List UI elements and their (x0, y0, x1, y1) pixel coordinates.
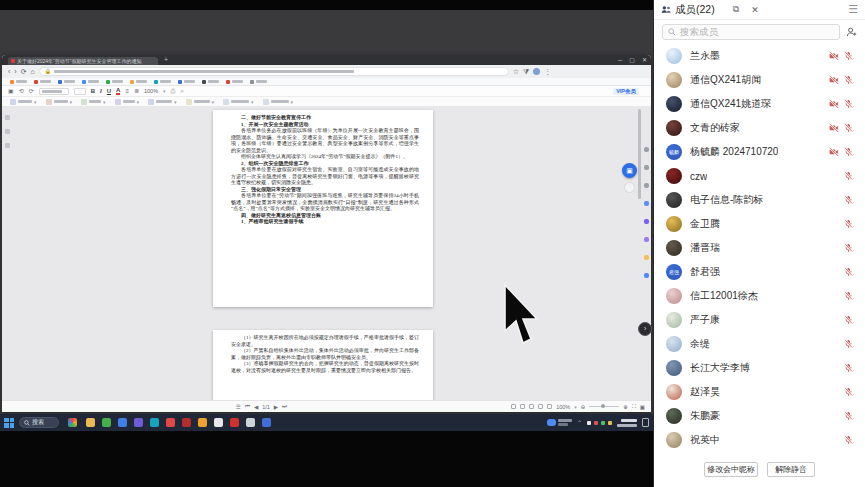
taskbar-app-icon[interactable] (198, 418, 207, 427)
member-row[interactable]: czw (654, 164, 865, 188)
bookmark-item[interactable] (106, 80, 123, 84)
extensions-icon[interactable]: ⧩ (523, 65, 529, 78)
tray-expand-icon[interactable]: ⌃ (577, 419, 582, 426)
member-row[interactable]: 金卫腾 (654, 212, 865, 236)
last-page-icon[interactable]: ⏭ (282, 403, 287, 410)
taskbar-app-icon[interactable] (118, 418, 127, 427)
zoom-select[interactable]: 100% (144, 88, 158, 94)
search-doc-icon[interactable]: ⌕ (180, 86, 183, 96)
member-row[interactable]: 余缇 (654, 332, 865, 356)
wps-assistant-button[interactable]: ▣ (622, 163, 637, 178)
bookmark-item[interactable] (250, 80, 267, 84)
add-member-icon[interactable] (846, 27, 857, 37)
rail-extension-icon[interactable] (644, 165, 649, 170)
zoom-slider[interactable] (589, 406, 619, 407)
rename-button[interactable]: 修改会中昵称 (704, 462, 758, 477)
first-page-icon[interactable]: ⏮ (245, 403, 250, 410)
tray-icon[interactable] (587, 421, 591, 425)
view-mode-icon[interactable] (547, 404, 552, 409)
notification-center-icon[interactable] (642, 418, 649, 427)
minimize-icon[interactable]: ─ (618, 56, 622, 64)
view-mode-icon[interactable] (529, 404, 534, 409)
toolbar-chip[interactable]: ▾ (148, 99, 177, 105)
profile-avatar-icon[interactable] (533, 68, 540, 75)
view-mode-icon[interactable] (511, 404, 516, 409)
new-tab-button[interactable]: + (164, 56, 168, 63)
taskbar-clock[interactable] (617, 419, 637, 427)
underline-button[interactable]: U (107, 88, 111, 94)
taskbar-app-icon[interactable] (214, 418, 223, 427)
redo-icon[interactable]: ⟳ (29, 86, 34, 96)
toolbar-chip[interactable]: ▾ (186, 99, 215, 105)
member-row[interactable]: 朱鹏豪 (654, 404, 865, 428)
taskbar-app-icon[interactable] (182, 418, 191, 427)
rail-extension-icon[interactable] (644, 237, 649, 242)
fit-page-icon[interactable]: ▣ (640, 404, 645, 410)
member-row[interactable]: 严子康 (654, 308, 865, 332)
view-mode-icon[interactable] (520, 404, 525, 409)
rail-extension-icon[interactable] (644, 201, 649, 206)
weather-widget[interactable] (547, 419, 572, 426)
view-mode-icon[interactable] (538, 404, 543, 409)
tray-icon[interactable] (608, 421, 612, 425)
next-page-icon[interactable]: ▶ (274, 404, 278, 410)
toolbar-chip[interactable]: ▾ (263, 99, 294, 105)
taskbar-app-icon[interactable] (86, 418, 95, 427)
undo-icon[interactable]: ⟲ (19, 86, 24, 96)
taskbar-app-icon[interactable] (166, 418, 175, 427)
home-icon[interactable]: ⌂ (31, 65, 35, 78)
start-button[interactable] (4, 418, 14, 428)
bookmark-item[interactable] (154, 80, 171, 84)
url-field[interactable]: 🔒 (39, 67, 509, 76)
align-left-icon[interactable]: ≡ (125, 86, 129, 96)
vip-badge[interactable]: VIP会员 (613, 88, 639, 95)
rail-icon[interactable] (5, 115, 10, 120)
save-icon[interactable]: ▣ (8, 86, 14, 96)
zoom-out-icon[interactable]: ⊖ (581, 404, 586, 410)
font-color-button[interactable]: A (116, 87, 120, 95)
menu-icon[interactable]: ☰ (236, 404, 241, 410)
toolbar-chip[interactable]: ▾ (115, 99, 140, 105)
taskbar-app-icon[interactable] (150, 418, 159, 427)
bookmark-star-icon[interactable]: ☆ (513, 65, 519, 78)
bold-button[interactable]: B (91, 88, 95, 94)
taskbar-app-icon[interactable] (262, 418, 271, 427)
bookmark-item[interactable] (130, 80, 147, 84)
member-row[interactable]: 兰永墨 (654, 44, 865, 68)
font-size-select[interactable] (74, 88, 86, 95)
toolbar-chip[interactable]: ▾ (10, 99, 37, 105)
member-row[interactable]: 君强舒君强 (654, 260, 865, 284)
rail-extension-icon[interactable] (644, 255, 649, 260)
refresh-icon[interactable]: ⟳ (21, 65, 27, 78)
maximize-icon[interactable]: ▢ (629, 56, 635, 64)
prev-page-icon[interactable]: ◀ (254, 404, 258, 410)
panel-collapse-handle[interactable]: › (638, 322, 652, 336)
bookmark-item[interactable] (10, 80, 27, 84)
panel-menu-icon[interactable]: ☰ (848, 3, 858, 16)
rail-extension-icon[interactable] (644, 219, 649, 224)
unmute-button[interactable]: 解除静音 (767, 462, 815, 477)
taskbar-app-icon[interactable] (230, 418, 239, 427)
rail-extension-icon[interactable] (644, 147, 649, 152)
member-row[interactable]: 毓麟杨毓麟 2024710720 (654, 140, 865, 164)
wps-feedback-button[interactable] (624, 182, 635, 193)
toolbar-chip[interactable]: ▾ (223, 99, 254, 105)
browser-tab[interactable]: 关于做好2024年“劳动节”假期研究生安全管理工作的通知 (8, 57, 158, 65)
forward-icon[interactable]: › (14, 65, 16, 78)
print-icon[interactable]: ⎙ (171, 86, 176, 96)
member-row[interactable]: 长江大学李博 (654, 356, 865, 380)
zoom-in-icon[interactable]: ⊕ (623, 404, 628, 410)
member-row[interactable]: 祝英中 (654, 428, 865, 452)
taskbar-search[interactable]: 搜索 (19, 417, 59, 428)
taskbar-app-icon[interactable] (246, 418, 255, 427)
rail-icon[interactable] (5, 143, 10, 148)
rail-extension-icon[interactable] (644, 273, 649, 278)
bookmark-item[interactable] (58, 80, 75, 84)
member-row[interactable]: 信工12001徐杰 (654, 284, 865, 308)
back-icon[interactable]: ‹ (8, 65, 10, 78)
align-center-icon[interactable]: ≣ (134, 86, 139, 96)
font-name-select[interactable] (39, 88, 69, 95)
toolbar-chip[interactable]: ▾ (81, 99, 106, 105)
member-row[interactable]: 文青的砖家 (654, 116, 865, 140)
tray-icon[interactable] (594, 421, 598, 425)
